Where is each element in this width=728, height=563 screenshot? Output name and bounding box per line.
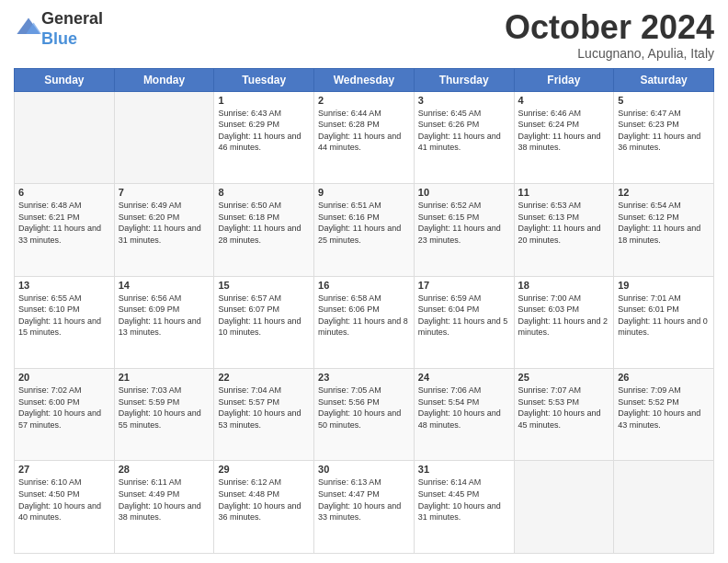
day-info: Sunrise: 7:00 AMSunset: 6:03 PMDaylight:… <box>518 293 610 339</box>
day-info: Sunrise: 6:49 AMSunset: 6:20 PMDaylight:… <box>119 200 210 246</box>
day-number: 19 <box>618 280 710 291</box>
calendar-cell: 1 Sunrise: 6:43 AMSunset: 6:29 PMDayligh… <box>214 91 314 183</box>
day-number: 25 <box>518 372 610 383</box>
calendar-cell: 8 Sunrise: 6:50 AMSunset: 6:18 PMDayligh… <box>214 184 314 276</box>
day-number: 11 <box>518 187 610 198</box>
calendar-cell: 13 Sunrise: 6:55 AMSunset: 6:10 PMDaylig… <box>15 276 115 368</box>
day-number: 6 <box>18 187 110 198</box>
calendar-cell: 28 Sunrise: 6:11 AMSunset: 4:49 PMDaylig… <box>114 461 214 554</box>
day-number: 13 <box>18 280 110 291</box>
day-info: Sunrise: 6:47 AMSunset: 6:23 PMDaylight:… <box>618 108 710 154</box>
day-number: 27 <box>18 464 110 475</box>
logo-icon <box>16 15 41 40</box>
location: Lucugnano, Apulia, Italy <box>505 46 714 61</box>
day-number: 16 <box>318 280 410 291</box>
day-number: 5 <box>618 95 710 106</box>
day-number: 17 <box>418 280 510 291</box>
day-number: 1 <box>218 95 310 106</box>
calendar-cell: 25 Sunrise: 7:07 AMSunset: 5:53 PMDaylig… <box>514 369 614 461</box>
calendar-week-row: 27 Sunrise: 6:10 AMSunset: 4:50 PMDaylig… <box>15 461 714 554</box>
month-title: October 2024 <box>505 9 714 46</box>
calendar-cell: 11 Sunrise: 6:53 AMSunset: 6:13 PMDaylig… <box>514 184 614 276</box>
title-area: October 2024 Lucugnano, Apulia, Italy <box>505 9 714 61</box>
day-number: 3 <box>418 95 510 106</box>
day-info: Sunrise: 6:51 AMSunset: 6:16 PMDaylight:… <box>318 200 410 246</box>
day-number: 29 <box>218 464 310 475</box>
page: General Blue October 2024 Lucugnano, Apu… <box>0 0 728 563</box>
day-info: Sunrise: 7:03 AMSunset: 5:59 PMDaylight:… <box>119 385 210 431</box>
day-info: Sunrise: 6:14 AMSunset: 4:45 PMDaylight:… <box>418 477 510 523</box>
col-tuesday: Tuesday <box>214 68 314 91</box>
col-friday: Friday <box>514 68 614 91</box>
day-info: Sunrise: 6:52 AMSunset: 6:15 PMDaylight:… <box>418 200 510 246</box>
day-number: 23 <box>318 372 410 383</box>
day-number: 4 <box>518 95 610 106</box>
day-number: 28 <box>119 464 210 475</box>
day-number: 20 <box>18 372 110 383</box>
calendar-cell: 6 Sunrise: 6:48 AMSunset: 6:21 PMDayligh… <box>15 184 115 276</box>
day-info: Sunrise: 7:05 AMSunset: 5:56 PMDaylight:… <box>318 385 410 431</box>
day-number: 15 <box>218 280 310 291</box>
day-info: Sunrise: 6:57 AMSunset: 6:07 PMDaylight:… <box>218 293 310 339</box>
day-number: 12 <box>618 187 710 198</box>
calendar-cell: 19 Sunrise: 7:01 AMSunset: 6:01 PMDaylig… <box>614 276 714 368</box>
day-number: 7 <box>119 187 210 198</box>
day-info: Sunrise: 7:09 AMSunset: 5:52 PMDaylight:… <box>618 385 710 431</box>
day-info: Sunrise: 7:04 AMSunset: 5:57 PMDaylight:… <box>218 385 310 431</box>
day-info: Sunrise: 7:07 AMSunset: 5:53 PMDaylight:… <box>518 385 610 431</box>
calendar-cell: 30 Sunrise: 6:13 AMSunset: 4:47 PMDaylig… <box>314 461 415 554</box>
day-info: Sunrise: 6:43 AMSunset: 6:29 PMDaylight:… <box>218 108 310 154</box>
day-number: 31 <box>418 464 510 475</box>
calendar-cell: 16 Sunrise: 6:58 AMSunset: 6:06 PMDaylig… <box>314 276 415 368</box>
logo-blue-text: Blue <box>41 29 77 48</box>
day-number: 24 <box>418 372 510 383</box>
day-info: Sunrise: 6:45 AMSunset: 6:26 PMDaylight:… <box>418 108 510 154</box>
day-info: Sunrise: 6:50 AMSunset: 6:18 PMDaylight:… <box>218 200 310 246</box>
day-info: Sunrise: 6:48 AMSunset: 6:21 PMDaylight:… <box>18 200 110 246</box>
calendar-cell <box>614 461 714 554</box>
calendar-cell: 4 Sunrise: 6:46 AMSunset: 6:24 PMDayligh… <box>514 91 614 183</box>
calendar-week-row: 1 Sunrise: 6:43 AMSunset: 6:29 PMDayligh… <box>15 91 714 183</box>
day-info: Sunrise: 6:11 AMSunset: 4:49 PMDaylight:… <box>119 477 210 523</box>
day-number: 22 <box>218 372 310 383</box>
day-info: Sunrise: 6:10 AMSunset: 4:50 PMDaylight:… <box>18 477 110 523</box>
logo: General Blue <box>14 9 103 49</box>
calendar-header-row: Sunday Monday Tuesday Wednesday Thursday… <box>15 68 714 91</box>
calendar-cell: 2 Sunrise: 6:44 AMSunset: 6:28 PMDayligh… <box>314 91 415 183</box>
logo-general-text: General <box>41 9 103 28</box>
calendar-week-row: 13 Sunrise: 6:55 AMSunset: 6:10 PMDaylig… <box>15 276 714 368</box>
day-number: 8 <box>218 187 310 198</box>
day-info: Sunrise: 6:44 AMSunset: 6:28 PMDaylight:… <box>318 108 410 154</box>
day-info: Sunrise: 6:54 AMSunset: 6:12 PMDaylight:… <box>618 200 710 246</box>
day-info: Sunrise: 6:58 AMSunset: 6:06 PMDaylight:… <box>318 293 410 339</box>
day-number: 2 <box>318 95 410 106</box>
day-number: 14 <box>119 280 210 291</box>
calendar-cell <box>514 461 614 554</box>
calendar-cell: 3 Sunrise: 6:45 AMSunset: 6:26 PMDayligh… <box>414 91 514 183</box>
calendar-cell: 5 Sunrise: 6:47 AMSunset: 6:23 PMDayligh… <box>614 91 714 183</box>
day-number: 10 <box>418 187 510 198</box>
day-number: 9 <box>318 187 410 198</box>
day-info: Sunrise: 6:53 AMSunset: 6:13 PMDaylight:… <box>518 200 610 246</box>
calendar-cell: 21 Sunrise: 7:03 AMSunset: 5:59 PMDaylig… <box>114 369 214 461</box>
calendar-cell: 10 Sunrise: 6:52 AMSunset: 6:15 PMDaylig… <box>414 184 514 276</box>
col-wednesday: Wednesday <box>314 68 415 91</box>
day-info: Sunrise: 6:59 AMSunset: 6:04 PMDaylight:… <box>418 293 510 339</box>
calendar-cell: 18 Sunrise: 7:00 AMSunset: 6:03 PMDaylig… <box>514 276 614 368</box>
calendar-cell: 31 Sunrise: 6:14 AMSunset: 4:45 PMDaylig… <box>414 461 514 554</box>
day-info: Sunrise: 6:12 AMSunset: 4:48 PMDaylight:… <box>218 477 310 523</box>
day-info: Sunrise: 7:01 AMSunset: 6:01 PMDaylight:… <box>618 293 710 339</box>
calendar-cell: 29 Sunrise: 6:12 AMSunset: 4:48 PMDaylig… <box>214 461 314 554</box>
calendar-cell: 23 Sunrise: 7:05 AMSunset: 5:56 PMDaylig… <box>314 369 415 461</box>
calendar-cell: 22 Sunrise: 7:04 AMSunset: 5:57 PMDaylig… <box>214 369 314 461</box>
day-number: 21 <box>119 372 210 383</box>
calendar-cell: 12 Sunrise: 6:54 AMSunset: 6:12 PMDaylig… <box>614 184 714 276</box>
col-saturday: Saturday <box>614 68 714 91</box>
calendar-cell: 7 Sunrise: 6:49 AMSunset: 6:20 PMDayligh… <box>114 184 214 276</box>
calendar-cell: 20 Sunrise: 7:02 AMSunset: 6:00 PMDaylig… <box>15 369 115 461</box>
header: General Blue October 2024 Lucugnano, Apu… <box>14 9 714 61</box>
calendar-cell: 27 Sunrise: 6:10 AMSunset: 4:50 PMDaylig… <box>15 461 115 554</box>
day-number: 26 <box>618 372 710 383</box>
calendar-cell <box>15 91 115 183</box>
col-monday: Monday <box>114 68 214 91</box>
